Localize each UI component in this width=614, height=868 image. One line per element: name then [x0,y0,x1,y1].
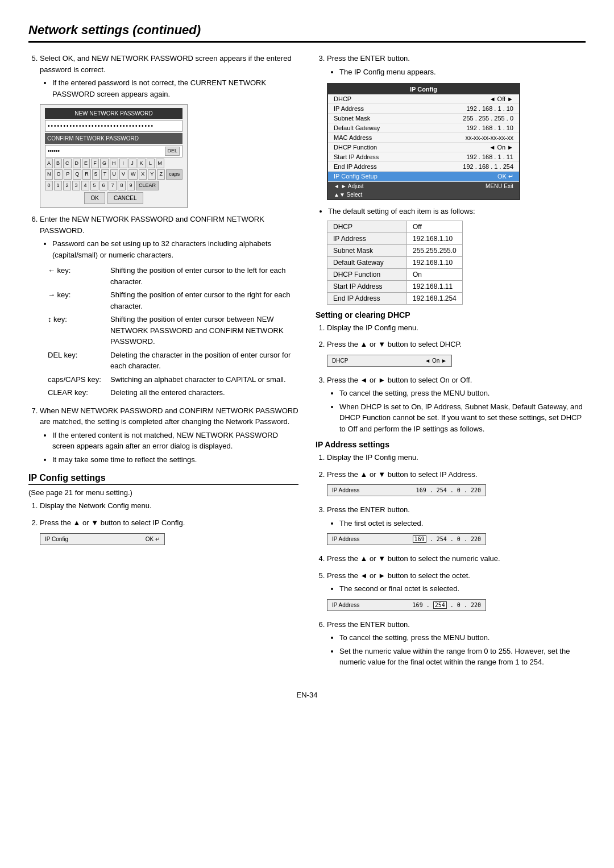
key-label: → key: [45,288,108,313]
key-s[interactable]: S [92,169,100,180]
cancel-button[interactable]: CANCEL [107,192,143,204]
key-e[interactable]: E [82,159,90,169]
key-row-clear: CLEAR key: Deleting all the entered char… [45,386,304,400]
ip-addr-step3: Press the ENTER button. The first octet … [327,504,586,547]
bullet-ip-config-appears: The IP Config menu appears. [339,67,586,78]
dhcp-value: ◄ On ► [425,356,447,365]
key-d[interactable]: D [73,159,81,169]
ip-config-row-gateway: Default Gateway 192 . 168 . 1 . 10 [328,123,519,133]
pw-new-title: NEW NETWORK PASSWORD [45,108,182,119]
key-w[interactable]: W [128,169,138,180]
key-q[interactable]: Q [73,169,81,180]
key-v[interactable]: V [119,169,127,180]
ip-octet2-selected: 254 [433,601,447,609]
key-desc: Shifting the position of enter cursor to… [108,288,304,313]
key-9[interactable]: 9 [127,181,135,191]
default-row-end-ip: End IP Address 192.168.1.254 [327,292,463,304]
key-description-table: ← key: Shifting the position of enter cu… [45,264,304,400]
ip-display2-value: 169 . 254 . 0 . 220 [413,535,481,543]
dhcp-label: DHCP [332,356,348,365]
key-n[interactable]: N [45,169,53,180]
key-r[interactable]: R [82,169,90,180]
key-row-del: DEL key: Deleting the character in the p… [45,348,304,373]
default-settings-table: DHCP Off IP Address 192.168.1.10 Subnet … [327,221,463,305]
ip-config-row-setup: IP Config Setup OK ↵ [328,172,519,182]
pw-confirm-title: CONFIRM NETWORK PASSWORD [45,133,182,144]
dhcp-mini-menu: DHCP ◄ On ► [327,355,452,367]
key-4[interactable]: 4 [81,181,89,191]
default-row-dhcp: DHCP Off [327,221,463,232]
ip-config-row-end-ip: End IP Address 192 . 168 . 1 . 254 [328,162,519,172]
key-desc: Shifting the position of enter cursor be… [108,313,304,348]
key-label: CLEAR key: [45,386,108,400]
list-item-6: Enter the NEW NETWORK PASSWORD and CONFI… [40,214,298,400]
key-0[interactable]: 0 [45,181,53,191]
right-step3: Press the ENTER button. The IP Config me… [327,53,586,77]
default-row-gateway: Default Gateway 192.168.1.10 [327,256,463,268]
ip-addr-step2: Press the ▲ or ▼ button to select IP Add… [327,469,586,499]
key-f[interactable]: F [91,159,99,169]
ip-config-footer-select: ▲▼ Select [328,190,519,199]
keyboard-row-2: N O P Q R S T U V W X Y Z [45,169,182,180]
key-2[interactable]: 2 [63,181,71,191]
key-7[interactable]: 7 [109,181,117,191]
key-c[interactable]: C [63,159,72,169]
dhcp-bullet-on: When DHCP is set to On, IP Address, Subn… [339,401,586,435]
key-8[interactable]: 8 [118,181,126,191]
list-item-7: When NEW NETWORK PASSWORD and CONFIRM NE… [40,405,298,466]
key-label: caps/CAPS key: [45,373,108,387]
key-y[interactable]: Y [148,169,156,180]
key-g[interactable]: G [100,159,109,169]
key-t[interactable]: T [101,169,109,180]
pw-del-btn[interactable]: DEL [165,147,180,156]
ok-button[interactable]: OK [84,192,105,204]
key-6[interactable]: 6 [99,181,107,191]
ip-config-row-dhcp-func: DHCP Function ◄ On ► [328,143,519,152]
key-a[interactable]: A [45,159,53,169]
ip-config-row-start-ip: Start IP Address 192 . 168 . 1 . 11 [328,152,519,162]
ip-config-step1: Display the Network Config menu. [40,500,298,512]
key-5[interactable]: 5 [90,181,98,191]
ip-config-row-dhcp: DHCP ◄ Off ► [328,94,519,104]
ip-addr-step5-bullet: The second or final octet is selected. [339,583,586,595]
default-row-dhcp-func: DHCP Function On [327,268,463,280]
dhcp-bullet-cancel: To cancel the setting, press the MENU bu… [339,388,586,399]
key-h[interactable]: H [110,159,118,169]
ip-config-menu-footer: ◄ ► Adjust MENU Exit [328,182,519,190]
ip-config-row-ip: IP Address 192 . 168 . 1 . 10 [328,104,519,114]
ip-address-section-title: IP Address settings [316,440,586,449]
ip-display-2: IP Address 169 . 254 . 0 . 220 [327,533,486,545]
key-u[interactable]: U [110,169,118,180]
mini-menu-value: OK ↵ [146,535,160,543]
password-screen: NEW NETWORK PASSWORD •••••••••••••••••••… [40,104,188,208]
key-1[interactable]: 1 [54,181,62,191]
key-m[interactable]: M [156,159,165,169]
ip-config-mini-menu: IP Config OK ↵ [40,533,165,545]
key-clear[interactable]: CLEAR [136,181,159,191]
left-column: Select OK, and NEW NETWORK PASSWORD scre… [28,53,298,674]
key-p[interactable]: P [64,169,72,180]
key-o[interactable]: O [54,169,63,180]
key-j[interactable]: J [128,159,136,169]
key-k[interactable]: K [138,159,146,169]
key-l[interactable]: L [147,159,155,169]
pw-dots: •••••••••••••••••••••••••••••••••• [45,120,182,132]
key-i[interactable]: I [119,159,127,169]
key-row-updown: ↕ key: Shifting the position of enter cu… [45,313,304,348]
ip-addr-step1: Display the IP Config menu. [327,452,586,463]
key-desc: Deleting all the entered characters. [108,386,304,400]
key-caps[interactable]: caps [166,169,182,180]
dhcp-step2: Press the ▲ or ▼ button to select DHCP. … [327,339,586,369]
ip-display2-label: IP Address [332,535,359,543]
pw-button-row: OK CANCEL [45,192,182,204]
ip-display1-value: 169 . 254 . 0 . 220 [416,486,481,495]
key-b[interactable]: B [54,159,62,169]
pw-input-area: •••••• DEL [45,145,182,157]
list-item-5: Select OK, and NEW NETWORK PASSWORD scre… [40,53,298,208]
key-x[interactable]: X [139,169,147,180]
key-z[interactable]: Z [157,169,165,180]
key-label: ↕ key: [45,313,108,348]
ip-config-step2: Press the ▲ or ▼ button to select IP Con… [40,517,298,548]
dhcp-step1: Display the IP Config menu. [327,322,586,334]
key-3[interactable]: 3 [72,181,80,191]
